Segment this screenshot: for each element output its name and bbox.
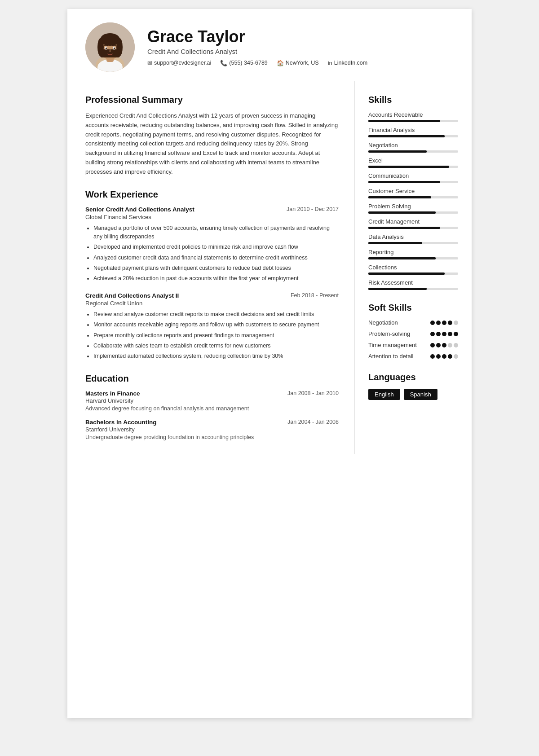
edu-container: Masters in Finance Jan 2008 - Jan 2010 H… — [85, 390, 339, 440]
header-contacts: ✉ support@cvdesigner.ai 📞 (555) 345-6789… — [147, 60, 454, 66]
skill-name: Excel — [368, 157, 458, 164]
list-item: Collaborate with sales team to establish… — [93, 342, 339, 350]
skill-item: Collections — [368, 264, 458, 275]
list-item: Managed a portfolio of over 500 accounts… — [93, 224, 339, 242]
skill-bar-bg — [368, 166, 458, 168]
skill-bar-fill — [368, 181, 440, 183]
skill-name: Customer Service — [368, 188, 458, 194]
skill-item: Problem Solving — [368, 203, 458, 214]
soft-skills-section: Soft Skills Negotiation Problem-solving … — [368, 303, 458, 360]
dot — [454, 321, 458, 325]
lang-tag: English — [368, 389, 400, 400]
linkedin-icon: in — [328, 60, 332, 66]
skill-name: Credit Management — [368, 218, 458, 225]
header-name: Grace Taylor — [147, 28, 454, 46]
soft-skill-item: Attention to detail — [368, 353, 458, 360]
job-header: Senior Credit And Collections Analyst Ja… — [85, 206, 339, 213]
job-entry: Credit And Collections Analyst II Feb 20… — [85, 292, 339, 361]
summary-title: Professional Summary — [85, 95, 339, 105]
dot — [442, 321, 446, 325]
summary-text: Experienced Credit And Collections Analy… — [85, 111, 339, 177]
job-title: Senior Credit And Collections Analyst — [85, 206, 194, 213]
skill-bar-bg — [368, 181, 458, 183]
main-body: Professional Summary Experienced Credit … — [67, 81, 472, 454]
work-experience-section: Work Experience Senior Credit And Collec… — [85, 189, 339, 361]
dot — [436, 354, 441, 359]
skills-title: Skills — [368, 95, 458, 105]
list-item: Implemented automated collections system… — [93, 352, 339, 360]
skill-name: Collections — [368, 264, 458, 271]
skill-bar-fill — [368, 135, 445, 137]
languages-section: Languages EnglishSpanish — [368, 372, 458, 400]
dot — [448, 332, 452, 336]
skill-item: Risk Assessment — [368, 279, 458, 290]
dot — [430, 354, 435, 359]
job-bullets: Review and analyze customer credit repor… — [93, 310, 339, 361]
jobs-container: Senior Credit And Collections Analyst Ja… — [85, 206, 339, 361]
skill-bar-bg — [368, 242, 458, 244]
skill-item: Data Analysis — [368, 233, 458, 244]
soft-skill-name: Time management — [368, 342, 430, 348]
soft-skills-container: Negotiation Problem-solving Time managem… — [368, 319, 458, 360]
phone-contact: 📞 (555) 345-6789 — [220, 60, 267, 66]
job-title: Credit And Collections Analyst II — [85, 292, 179, 299]
edu-desc: Advanced degree focusing on financial an… — [85, 405, 339, 412]
skill-item: Financial Analysis — [368, 127, 458, 137]
languages-title: Languages — [368, 372, 458, 382]
skill-bar-bg — [368, 120, 458, 122]
header: Grace Taylor Credit And Collections Anal… — [67, 9, 472, 81]
skill-bar-fill — [368, 211, 436, 214]
job-header: Credit And Collections Analyst II Feb 20… — [85, 292, 339, 299]
svg-point-12 — [114, 48, 115, 49]
dot — [448, 343, 452, 347]
job-entry: Senior Credit And Collections Analyst Ja… — [85, 206, 339, 283]
left-column: Professional Summary Experienced Credit … — [67, 81, 355, 454]
skill-bar-bg — [368, 150, 458, 153]
list-item: Review and analyze customer credit repor… — [93, 310, 339, 319]
edu-degree: Masters in Finance — [85, 390, 140, 397]
skill-bar-bg — [368, 211, 458, 214]
right-column: Skills Accounts Receivable Financial Ana… — [355, 81, 472, 454]
soft-skill-name: Problem-solving — [368, 330, 430, 337]
job-dates: Jan 2010 - Dec 2017 — [287, 206, 339, 212]
edu-school: Stanford University — [85, 426, 339, 433]
dot — [436, 332, 441, 336]
job-bullets: Managed a portfolio of over 500 accounts… — [93, 224, 339, 283]
svg-rect-8 — [100, 49, 120, 57]
skill-bar-bg — [368, 196, 458, 198]
linkedin-contact: in LinkedIn.com — [328, 60, 367, 66]
edu-header: Masters in Finance Jan 2008 - Jan 2010 — [85, 390, 339, 397]
skill-name: Financial Analysis — [368, 127, 458, 133]
job-company: Global Financial Services — [85, 214, 339, 220]
edu-header: Bachelors in Accounting Jan 2004 - Jan 2… — [85, 419, 339, 426]
location-contact: 🏠 NewYork, US — [277, 60, 319, 66]
skill-name: Problem Solving — [368, 203, 458, 210]
phone-value: (555) 345-6789 — [229, 60, 267, 66]
resume-page: Grace Taylor Credit And Collections Anal… — [67, 9, 472, 718]
soft-skill-name: Negotiation — [368, 319, 430, 326]
dots-container — [430, 343, 458, 347]
skill-bar-bg — [368, 135, 458, 137]
job-dates: Feb 2018 - Present — [291, 292, 339, 299]
skill-bar-fill — [368, 273, 445, 275]
skill-bar-fill — [368, 196, 431, 198]
edu-desc: Undergraduate degree providing foundatio… — [85, 434, 339, 440]
edu-dates: Jan 2008 - Jan 2010 — [287, 390, 339, 396]
dot — [442, 343, 446, 347]
location-value: NewYork, US — [286, 60, 319, 66]
skill-item: Accounts Receivable — [368, 111, 458, 122]
skill-bar-fill — [368, 227, 440, 229]
soft-skill-name: Attention to detail — [368, 353, 430, 360]
dot — [436, 321, 441, 325]
dot — [448, 321, 452, 325]
dot — [454, 332, 458, 336]
dots-container — [430, 354, 458, 359]
soft-skill-item: Problem-solving — [368, 330, 458, 337]
skill-name: Communication — [368, 172, 458, 179]
phone-icon: 📞 — [220, 60, 227, 66]
dot — [430, 332, 435, 336]
education-title: Education — [85, 374, 339, 384]
skill-bar-fill — [368, 242, 422, 244]
job-company: Regional Credit Union — [85, 300, 339, 307]
header-title: Credit And Collections Analyst — [147, 48, 454, 55]
